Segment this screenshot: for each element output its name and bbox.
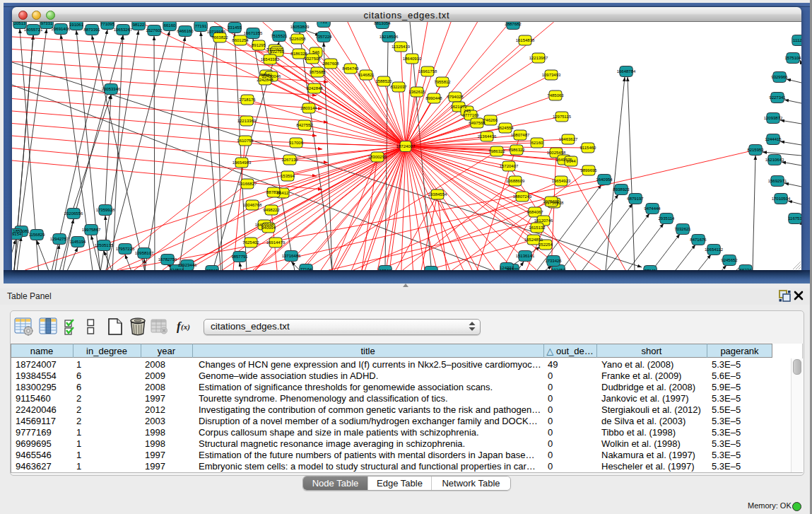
svg-text:19463627: 19463627 <box>559 137 578 141</box>
svg-text:546: 546 <box>312 50 320 54</box>
svg-text:7663822: 7663822 <box>211 35 228 40</box>
svg-text:8427552: 8427552 <box>296 123 313 127</box>
svg-text:8601254: 8601254 <box>232 38 249 42</box>
svg-text:20206556: 20206556 <box>64 211 83 216</box>
svg-text:12942757: 12942757 <box>50 237 69 241</box>
svg-text:17957225: 17957225 <box>116 247 135 251</box>
svg-text:771095: 771095 <box>100 22 115 26</box>
svg-text:1640954: 1640954 <box>596 177 613 182</box>
svg-text:18724007: 18724007 <box>396 144 416 148</box>
svg-text:10844: 10844 <box>379 269 392 270</box>
svg-text:1975692: 1975692 <box>543 199 560 204</box>
svg-text:66234: 66234 <box>740 268 752 270</box>
svg-text:1156829: 1156829 <box>29 233 46 237</box>
svg-text:97331: 97331 <box>41 22 53 25</box>
svg-text:3624554: 3624554 <box>497 126 514 130</box>
svg-text:39154: 39154 <box>12 232 22 236</box>
svg-text:11125: 11125 <box>793 38 801 42</box>
svg-text:12505135: 12505135 <box>95 243 114 247</box>
svg-text:1615132: 1615132 <box>529 226 546 230</box>
svg-text:2718176: 2718176 <box>239 98 256 102</box>
svg-text:16210643: 16210643 <box>765 158 784 162</box>
svg-text:9684067: 9684067 <box>526 210 543 214</box>
svg-text:7485063: 7485063 <box>547 93 564 98</box>
svg-text:6794028: 6794028 <box>447 95 464 99</box>
svg-text:9498222: 9498222 <box>263 208 280 212</box>
svg-text:16154838: 16154838 <box>516 38 535 42</box>
svg-text:3267130: 3267130 <box>281 158 298 162</box>
svg-text:14055721: 14055721 <box>24 28 43 32</box>
svg-text:12923446: 12923446 <box>178 263 197 267</box>
svg-text:887833: 887833 <box>266 190 281 194</box>
svg-text:191061: 191061 <box>69 23 84 27</box>
svg-text:16914479: 16914479 <box>266 240 286 245</box>
svg-text:10958107: 10958107 <box>135 251 154 255</box>
svg-text:9857791: 9857791 <box>231 255 248 259</box>
svg-text:98122: 98122 <box>133 23 145 27</box>
svg-text:2887682: 2887682 <box>505 22 522 26</box>
svg-text:1362615: 1362615 <box>408 90 425 94</box>
svg-text:10046768: 10046768 <box>243 203 262 207</box>
svg-text:1145194: 1145194 <box>70 240 87 244</box>
svg-text:9644: 9644 <box>566 159 576 163</box>
svg-text:1527602: 1527602 <box>146 28 163 33</box>
svg-text:252254: 252254 <box>539 243 553 247</box>
svg-text:12213967: 12213967 <box>529 56 548 60</box>
svg-text:16961758: 16961758 <box>418 69 437 74</box>
svg-text:116753: 116753 <box>788 216 801 221</box>
svg-text:7357224: 7357224 <box>315 35 332 39</box>
svg-text:7955812: 7955812 <box>434 80 451 84</box>
svg-text:9242848: 9242848 <box>306 86 323 90</box>
svg-text:10973493: 10973493 <box>542 73 561 77</box>
svg-text:11325419: 11325419 <box>392 45 411 49</box>
svg-text:1588520: 1588520 <box>375 79 392 83</box>
svg-text:9146821: 9146821 <box>358 73 375 77</box>
svg-text:18300295: 18300295 <box>368 155 387 159</box>
svg-text:87641: 87641 <box>645 269 657 270</box>
svg-text:7625402: 7625402 <box>242 240 259 245</box>
svg-text:9899695: 9899695 <box>580 168 597 173</box>
svg-text:2935114: 2935114 <box>659 216 676 221</box>
svg-text:16053809: 16053809 <box>290 25 310 29</box>
svg-text:2867608: 2867608 <box>322 62 339 66</box>
svg-text:9115460: 9115460 <box>580 146 597 150</box>
svg-text:16524851: 16524851 <box>524 238 543 242</box>
svg-text:18807249: 18807249 <box>513 194 532 199</box>
svg-text:83313: 83313 <box>206 269 218 270</box>
svg-text:19166827: 19166827 <box>238 182 257 186</box>
svg-text:8322037: 8322037 <box>390 85 407 89</box>
svg-text:7032621: 7032621 <box>674 227 691 231</box>
svg-text:16120746: 16120746 <box>534 218 553 223</box>
svg-text:3875685: 3875685 <box>309 70 326 74</box>
svg-text:15136141: 15136141 <box>516 254 535 258</box>
svg-text:8990448: 8990448 <box>425 96 442 100</box>
svg-text:17359928: 17359928 <box>96 208 115 212</box>
svg-text:317006: 317006 <box>289 141 304 145</box>
svg-text:16671355: 16671355 <box>244 31 263 35</box>
svg-text:2242848: 2242848 <box>257 78 273 82</box>
svg-text:1575104: 1575104 <box>784 56 801 60</box>
svg-text:19654983: 19654983 <box>233 160 252 165</box>
svg-text:19654923: 19654923 <box>552 179 571 183</box>
svg-text:77191: 77191 <box>195 24 207 28</box>
svg-text:62160: 62160 <box>531 141 543 145</box>
svg-text:7986322: 7986322 <box>508 148 525 152</box>
svg-text:21364436: 21364436 <box>478 134 497 139</box>
svg-text:12975115: 12975115 <box>553 115 572 119</box>
svg-text:940994: 940994 <box>261 226 276 230</box>
svg-text:66160: 66160 <box>164 23 176 28</box>
svg-text:8938923: 8938923 <box>613 187 630 192</box>
svg-text:1244415: 1244415 <box>765 137 782 141</box>
svg-text:6879197: 6879197 <box>627 197 644 201</box>
svg-text:153594: 153594 <box>281 174 295 178</box>
svg-text:(x): (x) <box>181 322 190 332</box>
svg-text:8454749: 8454749 <box>342 66 359 71</box>
svg-text:932750: 932750 <box>270 49 285 54</box>
svg-text:10653267: 10653267 <box>114 28 133 32</box>
svg-text:7986322: 7986322 <box>488 149 505 153</box>
svg-text:9474444: 9474444 <box>644 206 661 211</box>
svg-text:5226058: 5226058 <box>289 37 306 41</box>
svg-text:331455: 331455 <box>228 25 242 30</box>
svg-text:20513: 20513 <box>14 22 26 25</box>
svg-text:124331: 124331 <box>500 266 514 270</box>
